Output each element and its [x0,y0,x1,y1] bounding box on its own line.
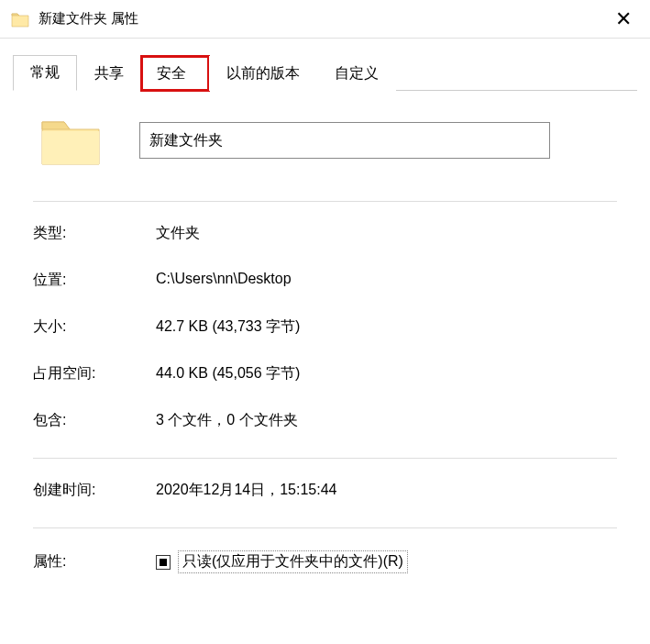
label-type: 类型: [33,224,156,243]
checkbox-indeterminate-icon [160,559,167,566]
row-location: 位置: C:\Users\nn\Desktop [33,271,617,290]
readonly-checkbox[interactable] [156,555,171,570]
tab-security[interactable]: 安全 [141,56,209,91]
row-contains: 包含: 3 个文件，0 个文件夹 [33,411,617,430]
readonly-checkbox-wrap [156,555,171,570]
label-attributes: 属性: [33,552,156,572]
dialog-body: 常规 共享 安全 以前的版本 自定义 类型: 文件夹 位置: C:\Users\… [0,39,650,573]
window-title: 新建文件夹 属性 [39,10,608,28]
divider [33,527,617,528]
value-type: 文件夹 [156,224,617,243]
folder-large-icon [39,113,103,168]
tab-general[interactable]: 常规 [13,55,77,91]
row-type: 类型: 文件夹 [33,224,617,243]
label-size: 大小: [33,317,156,337]
row-created: 创建时间: 2020年12月14日，15:15:44 [33,481,617,500]
label-created: 创建时间: [33,481,156,500]
row-attributes: 属性: 只读(仅应用于文件夹中的文件)(R) [33,550,617,573]
value-contains: 3 个文件，0 个文件夹 [156,411,617,430]
tab-panel-general: 类型: 文件夹 位置: C:\Users\nn\Desktop 大小: 42.7… [13,91,637,573]
close-icon[interactable]: ✕ [608,9,639,29]
value-location: C:\Users\nn\Desktop [156,271,617,290]
titlebar: 新建文件夹 属性 ✕ [0,0,650,39]
folder-name-input[interactable] [139,122,550,159]
row-size: 大小: 42.7 KB (43,733 字节) [33,317,617,337]
tab-customize[interactable]: 自定义 [317,56,396,91]
value-size-on-disk: 44.0 KB (45,056 字节) [156,364,617,383]
divider [33,458,617,459]
name-row [33,113,617,168]
row-size-on-disk: 占用空间: 44.0 KB (45,056 字节) [33,364,617,383]
tab-previous-versions[interactable]: 以前的版本 [209,56,317,91]
tab-share[interactable]: 共享 [77,56,141,91]
divider [33,201,617,202]
value-size: 42.7 KB (43,733 字节) [156,317,617,337]
readonly-label[interactable]: 只读(仅应用于文件夹中的文件)(R) [178,550,408,573]
label-size-on-disk: 占用空间: [33,364,156,383]
label-contains: 包含: [33,411,156,430]
value-created: 2020年12月14日，15:15:44 [156,481,617,500]
tab-strip: 常规 共享 安全 以前的版本 自定义 [13,55,637,91]
label-location: 位置: [33,271,156,290]
folder-icon [11,11,29,28]
